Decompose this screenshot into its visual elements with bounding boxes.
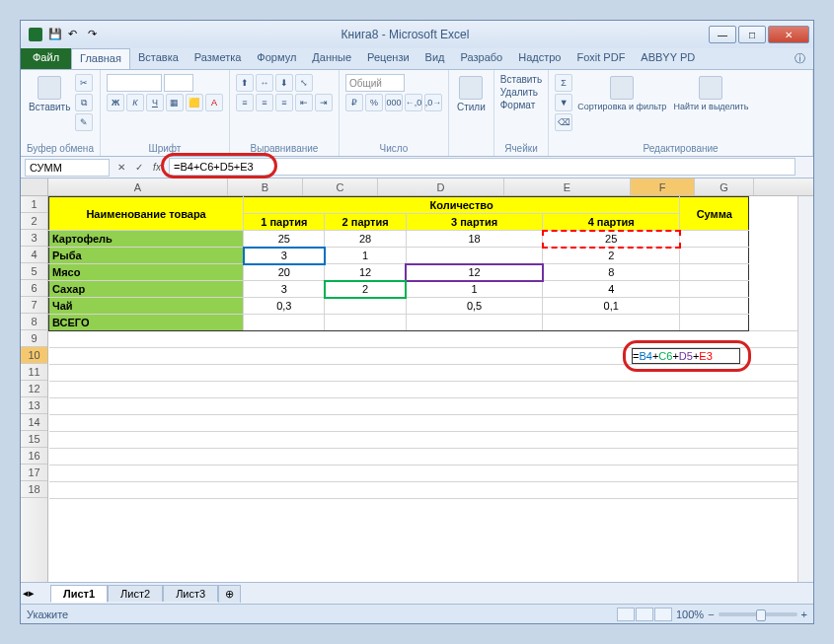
copy-icon[interactable]: ⧉ — [75, 94, 93, 111]
dec-decimal-icon[interactable]: ,0→ — [424, 94, 442, 111]
cell-e7[interactable]: 0,1 — [543, 298, 680, 315]
cell-d7[interactable]: 0,5 — [406, 298, 543, 315]
font-size-combo[interactable] — [164, 74, 193, 92]
tab-addins[interactable]: Надстро — [510, 48, 569, 69]
number-format-combo[interactable] — [345, 74, 405, 92]
row-header-4[interactable]: 4 — [21, 247, 47, 263]
minimize-button[interactable]: — — [709, 26, 736, 43]
redo-icon[interactable]: ↷ — [88, 28, 102, 41]
sheet-tab-3[interactable]: Лист3 — [163, 585, 218, 602]
cell-a5[interactable]: Мясо — [49, 264, 244, 281]
cell-b4[interactable]: 3 — [244, 248, 325, 264]
cells-delete[interactable]: Удалить — [500, 87, 538, 98]
cell-e8[interactable] — [543, 315, 680, 331]
row-header-8[interactable]: 8 — [21, 314, 47, 330]
col-header-b[interactable]: B — [228, 179, 303, 195]
tab-developer[interactable]: Разрабо — [453, 48, 511, 69]
cell-f4[interactable] — [680, 248, 749, 264]
file-tab[interactable]: Файл — [21, 48, 71, 69]
align-bottom-icon[interactable]: ⬇ — [275, 74, 293, 92]
comma-icon[interactable]: 000 — [385, 94, 403, 111]
cells-format[interactable]: Формат — [500, 100, 536, 110]
row-header-17[interactable]: 17 — [21, 465, 47, 481]
cell-a8[interactable]: ВСЕГО — [49, 315, 244, 331]
view-break-icon[interactable] — [654, 608, 672, 621]
header-batch4[interactable]: 4 партия — [543, 214, 680, 231]
cell-d6[interactable]: 1 — [406, 281, 543, 298]
row-header-7[interactable]: 7 — [21, 297, 47, 314]
col-header-f[interactable]: F — [631, 179, 695, 195]
cell-a3[interactable]: Картофель — [49, 231, 244, 248]
cell-c7[interactable] — [325, 298, 406, 315]
paste-button[interactable]: Вставить — [27, 74, 72, 114]
tab-home[interactable]: Главная — [71, 48, 130, 69]
border-icon[interactable]: ▦ — [166, 94, 184, 111]
col-header-e[interactable]: E — [504, 179, 631, 195]
cell-b3[interactable]: 25 — [244, 231, 325, 248]
bold-icon[interactable]: Ж — [107, 94, 124, 111]
tab-abbyy[interactable]: ABBYY PD — [633, 48, 703, 69]
zoom-slider[interactable] — [719, 612, 797, 616]
cell-e6[interactable]: 4 — [543, 281, 680, 298]
cell-b8[interactable] — [244, 315, 325, 331]
header-qty[interactable]: Количество — [244, 197, 680, 214]
header-batch2[interactable]: 2 партия — [325, 214, 406, 231]
cell-e3[interactable]: 25 — [543, 231, 680, 248]
active-cell-f10[interactable]: =B4+C6+D5+E3 — [632, 348, 740, 364]
cell-c8[interactable] — [325, 315, 406, 331]
cell-c4[interactable]: 1 — [325, 248, 406, 264]
row-header-16[interactable]: 16 — [21, 448, 47, 465]
cell-a4[interactable]: Рыба — [49, 248, 244, 264]
cell-a6[interactable]: Сахар — [49, 281, 244, 298]
cut-icon[interactable]: ✂ — [75, 74, 93, 92]
align-left-icon[interactable]: ≡ — [236, 94, 254, 111]
zoom-out-icon[interactable]: − — [708, 608, 714, 620]
autosum-icon[interactable]: Σ — [555, 74, 572, 92]
percent-icon[interactable]: % — [365, 94, 383, 111]
cells-insert[interactable]: Вставить — [500, 74, 542, 85]
sort-filter-button[interactable]: Сортировка и фильтр — [575, 74, 668, 113]
name-box[interactable]: СУММ — [25, 159, 110, 177]
tab-review[interactable]: Рецензи — [359, 48, 417, 69]
cell-f8[interactable] — [680, 315, 749, 331]
align-right-icon[interactable]: ≡ — [275, 94, 293, 111]
col-header-g[interactable]: G — [695, 179, 754, 195]
tab-view[interactable]: Вид — [417, 48, 453, 69]
row-header-18[interactable]: 18 — [21, 481, 47, 498]
cell-b7[interactable]: 0,3 — [244, 298, 325, 315]
vertical-scrollbar[interactable] — [797, 196, 813, 582]
enter-formula-icon[interactable]: ✓ — [131, 160, 147, 176]
clear-icon[interactable]: ⌫ — [555, 113, 572, 131]
cell-f5[interactable] — [680, 264, 749, 281]
view-normal-icon[interactable] — [617, 608, 635, 621]
cell-c3[interactable]: 28 — [325, 231, 406, 248]
row-header-1[interactable]: 1 — [21, 196, 47, 213]
cell-a7[interactable]: Чай — [49, 298, 244, 315]
col-header-d[interactable]: D — [378, 179, 504, 195]
cell-d8[interactable] — [406, 315, 543, 331]
align-middle-icon[interactable]: ↔ — [256, 74, 273, 92]
cell-d5[interactable]: 12 — [406, 264, 543, 281]
row-header-13[interactable]: 13 — [21, 397, 47, 414]
select-all-corner[interactable] — [21, 179, 48, 195]
row-header-11[interactable]: 11 — [21, 364, 47, 381]
row-header-10[interactable]: 10 — [21, 347, 47, 364]
inc-decimal-icon[interactable]: ←,0 — [405, 94, 422, 111]
header-batch3[interactable]: 3 партия — [406, 214, 543, 231]
font-color-icon[interactable]: A — [205, 94, 223, 111]
currency-icon[interactable]: ₽ — [345, 94, 363, 111]
cell-f7[interactable] — [680, 298, 749, 315]
cell-f3[interactable] — [680, 231, 749, 248]
sheet-tab-1[interactable]: Лист1 — [50, 585, 108, 603]
cells-area[interactable]: Наименование товара Количество Сумма 1 п… — [48, 196, 813, 582]
cell-b6[interactable]: 3 — [244, 281, 325, 298]
header-name[interactable]: Наименование товара — [49, 197, 244, 231]
find-select-button[interactable]: Найти и выделить — [671, 74, 750, 113]
cancel-formula-icon[interactable]: ✕ — [114, 160, 129, 176]
styles-button[interactable]: Стили — [455, 74, 488, 114]
header-sum[interactable]: Сумма — [680, 197, 749, 231]
sheet-tab-2[interactable]: Лист2 — [108, 585, 163, 602]
spreadsheet-grid[interactable]: A B C D E F G 12345678910111213141516171… — [21, 179, 813, 582]
tab-layout[interactable]: Разметка — [187, 48, 250, 69]
indent-dec-icon[interactable]: ⇤ — [295, 94, 313, 111]
